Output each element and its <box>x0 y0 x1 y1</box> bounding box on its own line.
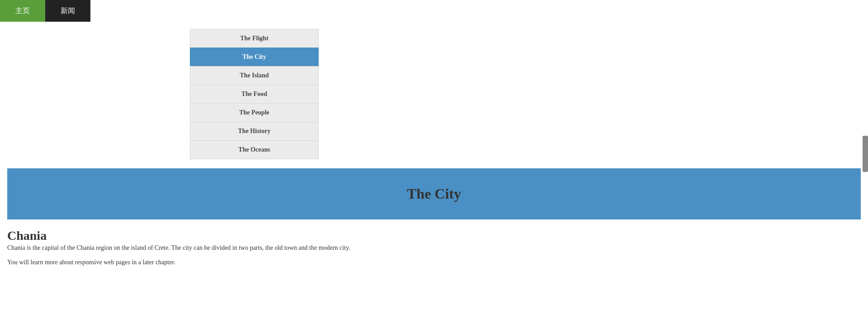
menu-item-the-oceans[interactable]: The Oceans <box>190 140 319 159</box>
body-content: Chania Chania is the capital of the Chan… <box>0 219 868 268</box>
top-section: The FlightThe CityThe IslandThe FoodThe … <box>0 22 868 159</box>
content-paragraph-2: You will learn more about responsive web… <box>7 257 861 267</box>
hero-title: The City <box>7 186 861 202</box>
scrollbar[interactable] <box>863 136 868 172</box>
nav-home[interactable]: 主页 <box>0 0 45 22</box>
menu-item-the-history[interactable]: The History <box>190 122 319 140</box>
nav-news[interactable]: 新闻 <box>45 0 90 22</box>
menu-item-the-flight[interactable]: The Flight <box>190 29 319 48</box>
hero-banner: The City <box>7 168 861 219</box>
top-nav: 主页 新闻 <box>0 0 868 22</box>
menu-item-the-island[interactable]: The Island <box>190 66 319 85</box>
sidebar: The FlightThe CityThe IslandThe FoodThe … <box>190 22 319 159</box>
content-heading: Chania <box>7 229 861 243</box>
page-body: The FlightThe CityThe IslandThe FoodThe … <box>0 22 868 268</box>
menu-item-the-city[interactable]: The City <box>190 48 319 66</box>
menu-item-the-food[interactable]: The Food <box>190 85 319 103</box>
menu-item-the-people[interactable]: The People <box>190 103 319 122</box>
content-paragraph-1: Chania is the capital of the Chania regi… <box>7 243 861 253</box>
